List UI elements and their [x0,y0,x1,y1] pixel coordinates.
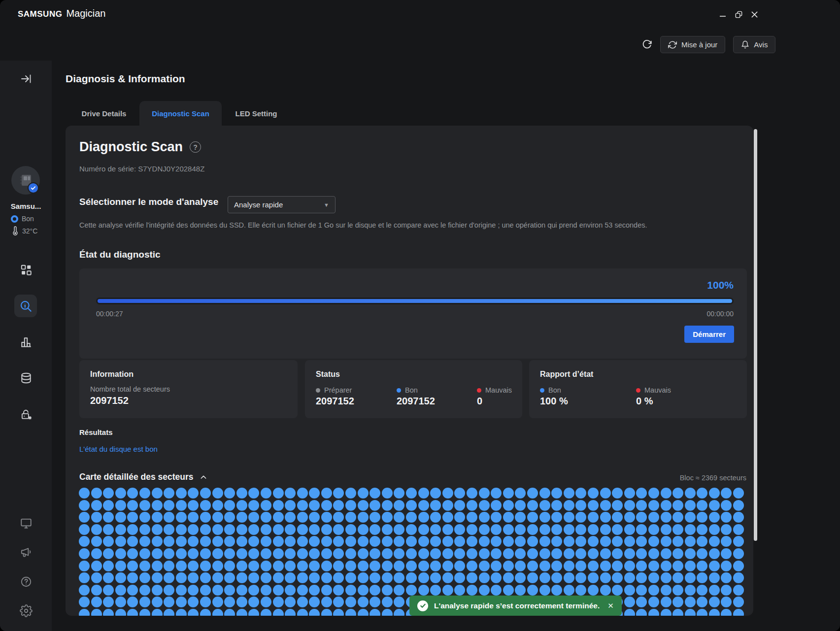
sector-dot [503,572,514,583]
sector-dot [661,548,672,559]
sidebar-item-performance[interactable] [0,336,52,349]
sidebar-item-security[interactable] [0,408,52,421]
header-toolbar: Mise à jour Avis [641,36,775,53]
sidebar-item-help[interactable] [0,575,52,588]
sector-dot [200,609,211,616]
sector-dot [575,488,586,498]
sector-dot [285,536,296,547]
sidebar-item-dashboard[interactable] [0,264,52,276]
sector-dot [551,585,562,596]
results-title: Résultats [79,428,113,436]
sector-dot [333,536,344,547]
toast-close-button[interactable]: ✕ [607,601,614,610]
brand-magician: Magician [66,8,105,19]
sector-dot [709,609,720,616]
panel-scrollbar-thumb[interactable] [754,129,757,541]
sector-dot [333,512,344,523]
drive-avatar[interactable] [11,166,40,195]
sector-map-header[interactable]: Carte détaillée des secteurs [79,472,207,482]
sector-dot [115,585,126,596]
report-good-dot-icon [540,388,544,393]
sector-dot [733,536,744,547]
sector-dot [309,561,320,571]
sector-dot [370,536,380,547]
restore-button[interactable] [731,7,746,22]
sidebar-item-system[interactable] [0,517,52,530]
sector-dot [261,597,271,607]
sector-dot [672,512,683,523]
tab-diagnostic-scan[interactable]: Diagnostic Scan [139,101,222,126]
sector-dot [127,524,138,535]
close-button[interactable] [747,7,762,22]
sector-dot [527,561,538,571]
prepare-label: Préparer [324,386,352,394]
refresh-button[interactable] [641,39,652,50]
sector-dot [309,536,320,547]
update-button[interactable]: Mise à jour [660,36,725,53]
results-value-link[interactable]: L'état du disque est bon [79,445,158,453]
sector-dot [152,536,163,547]
sector-dot [394,597,404,607]
sector-dot [91,488,102,498]
scan-mode-select[interactable]: Analyse rapide ▼ [228,196,336,213]
sector-dot [103,500,114,511]
notice-button[interactable]: Avis [733,36,775,53]
tab-led-setting[interactable]: LED Setting [227,101,286,126]
sector-dot [442,488,453,498]
minimize-button[interactable] [715,7,730,22]
sidebar-item-announcements[interactable] [0,546,52,559]
help-question-icon[interactable]: ? [190,141,201,153]
sector-dot [248,572,259,583]
sector-dot [115,512,126,523]
sector-dot [648,500,659,511]
sidebar-item-diagnosis[interactable] [0,299,52,313]
sector-dot [454,572,465,583]
health-ring-icon [11,215,18,223]
sidebar-item-settings[interactable] [0,604,52,617]
sector-dot [297,488,308,498]
sector-dot [115,524,126,535]
sector-dot [697,609,707,616]
sector-dot [661,512,672,523]
toast-message: L'analyse rapide s’est correctement term… [434,601,600,610]
sidebar-item-data-management[interactable] [0,372,52,385]
sector-dot [624,536,635,547]
information-card: Information Nombre total de secteurs 209… [79,360,298,418]
status-item-prepare: Préparer 2097152 [316,386,354,407]
sector-dot [672,609,683,616]
sector-dot [588,512,599,523]
sector-dot [382,548,393,559]
sector-dot [612,500,623,511]
sector-dot [394,585,404,596]
sector-dot [91,524,102,535]
sector-dot [285,548,296,559]
sector-dot [624,609,635,616]
sector-dot [127,597,138,607]
expand-sidebar-icon [20,73,32,85]
sector-dot [454,536,465,547]
sector-dot [139,561,150,571]
sector-dot [79,561,90,571]
sector-dot [454,500,465,511]
sector-dot [79,524,90,535]
sector-dot [261,585,271,596]
sector-dot [588,524,599,535]
sector-dot [297,536,308,547]
sidebar-expand-button[interactable] [0,73,52,85]
tab-drive-details[interactable]: Drive Details [69,101,138,126]
sector-dot [273,524,284,535]
sector-dot [333,500,344,511]
sector-dot [612,548,623,559]
sector-dot [636,500,647,511]
sector-dot [248,597,259,607]
sector-dot [442,536,453,547]
start-button[interactable]: Démarrer [684,326,734,343]
sector-dot [709,561,720,571]
sector-dot [564,524,574,535]
sector-dot [479,512,490,523]
window-controls [715,7,762,22]
thermometer-icon [12,226,19,235]
sector-dot [406,524,417,535]
sector-dot [394,512,404,523]
sector-dot [539,585,550,596]
